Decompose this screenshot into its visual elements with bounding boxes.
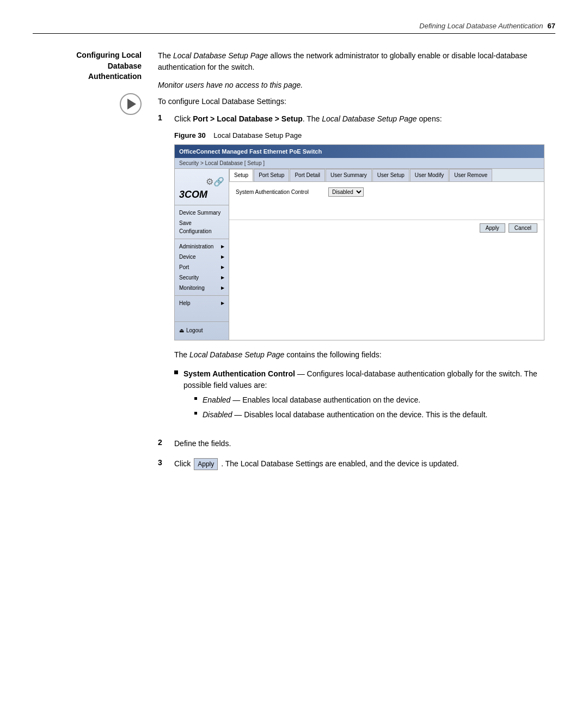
sidebar-divider-3 (175, 321, 229, 322)
form-label: System Authentication Control (236, 188, 323, 196)
bullet-item-1: System Authentication Control — Configur… (174, 368, 555, 424)
step-3: 3 Click Apply . The Local Database Setti… (158, 458, 555, 470)
security-arrow-icon: ▶ (221, 275, 224, 281)
tab-user-modify[interactable]: User Modify (410, 169, 449, 181)
admin-arrow-icon: ▶ (221, 244, 224, 250)
step-1: 1 Click Port > Local Database > Setup. T… (158, 113, 555, 429)
step-2-content: Define the fields. (174, 438, 231, 449)
sub-bullet-list: Enabled — Enables local database authent… (194, 394, 555, 421)
switch-ui-breadcrumb: Security > Local Database [ Setup ] (175, 158, 544, 169)
switch-sidebar: ⚙🔗 3COM Device Summary Save Configuratio… (175, 169, 229, 340)
fields-italic: Local Database Setup Page (189, 350, 284, 359)
intro-paragraph: The Local Database Setup Page allows the… (158, 50, 555, 73)
step-3-content: Click Apply . The Local Database Setting… (174, 458, 459, 470)
section-title: Configuring Local Database Authenticatio… (33, 50, 142, 82)
sidebar-item-port[interactable]: Port ▶ (175, 262, 229, 272)
sub-bullet-1-content: Enabled — Enables local database authent… (203, 394, 420, 406)
content-area: Configuring Local Database Authenticatio… (33, 50, 555, 479)
bullet-1-content: System Authentication Control — Configur… (183, 368, 555, 424)
fields-desc-intro: The Local Database Setup Page contains t… (174, 349, 555, 361)
sub-bullet-disabled: Disabled — Disables local database authe… (194, 409, 555, 421)
switch-ui-header: OfficeConnect Managed Fast Ethernet PoE … (175, 145, 544, 159)
sidebar-full: ⚙🔗 3COM Device Summary Save Configuratio… (175, 172, 229, 337)
port-arrow-icon: ▶ (221, 264, 224, 271)
monitoring-arrow-icon: ▶ (221, 285, 224, 291)
sidebar-item-save-config[interactable]: Save Configuration (175, 218, 229, 236)
instruction-text: To configure Local Database Settings: (158, 97, 555, 106)
apply-inline-button: Apply (194, 458, 218, 470)
tab-bar: Setup Port Setup Port Detail User Summar… (229, 169, 544, 182)
step-1-content: Click Port > Local Database > Setup. The… (174, 113, 555, 429)
sidebar-divider-2 (175, 295, 229, 296)
tab-user-summary[interactable]: User Summary (326, 169, 372, 181)
sidebar-item-administration[interactable]: Administration ▶ (175, 241, 229, 252)
help-arrow-icon: ▶ (221, 300, 224, 307)
right-column: The Local Database Setup Page allows the… (158, 50, 555, 479)
device-arrow-icon: ▶ (221, 254, 224, 260)
tab-port-detail[interactable]: Port Detail (290, 169, 325, 181)
figure-container: Figure 30 Local Database Setup Page Offi… (174, 130, 555, 340)
left-column: Configuring Local Database Authenticatio… (33, 50, 142, 479)
sub-bullet-icon-2 (194, 412, 197, 415)
sidebar-bottom: ⏏ Logout (175, 319, 229, 337)
logo-icon-area: ⚙🔗 (179, 175, 224, 188)
figure-caption: Figure 30 Local Database Setup Page (174, 130, 555, 141)
header-italic-text: Defining Local Database Authentication (419, 22, 543, 30)
sub-bullet-icon-1 (194, 397, 197, 400)
sidebar-top-items: ⚙🔗 3COM Device Summary Save Configuratio… (175, 172, 229, 308)
disabled-label: Disabled (203, 410, 232, 419)
logo-icon: ⚙🔗 (206, 175, 224, 188)
logout-label: Logout (186, 326, 203, 334)
sidebar-item-device[interactable]: Device ▶ (175, 252, 229, 262)
sidebar-item-device-summary[interactable]: Device Summary (175, 208, 229, 218)
switch-ui-body: ⚙🔗 3COM Device Summary Save Configuratio… (175, 169, 544, 340)
logo-3com: 3COM (179, 190, 224, 199)
sub-bullet-2-content: Disabled — Disables local database authe… (203, 409, 488, 421)
figure-caption-text: Local Database Setup Page (213, 131, 302, 139)
sidebar-item-monitoring[interactable]: Monitoring ▶ (175, 283, 229, 293)
button-row: Apply Cancel (229, 220, 544, 236)
note-text: Monitor users have no access to this pag… (158, 81, 555, 89)
step-1-bold: Port > Local Database > Setup (193, 114, 303, 123)
switch-logo-area: ⚙🔗 3COM (175, 172, 229, 205)
auth-control-select[interactable]: Disabled Enabled (328, 187, 364, 197)
tab-user-remove[interactable]: User Remove (449, 169, 492, 181)
step-2-number: 2 (158, 438, 167, 449)
sidebar-divider-1 (175, 239, 229, 239)
tab-setup[interactable]: Setup (229, 169, 253, 181)
figure-label: Figure 30 (174, 131, 206, 139)
field-name: System Authentication Control (183, 369, 295, 378)
sidebar-item-security[interactable]: Security ▶ (175, 272, 229, 283)
intro-italic: Local Database Setup Page (173, 51, 268, 60)
bullet-square-icon (174, 370, 178, 374)
form-row: System Authentication Control Disabled E… (236, 187, 537, 197)
sidebar-item-help[interactable]: Help ▶ (175, 298, 229, 308)
sidebar-logout[interactable]: ⏏ Logout (175, 324, 229, 337)
info-icon (120, 93, 142, 115)
step-2: 2 Define the fields. (158, 438, 555, 449)
main-content-area: System Authentication Control Disabled E… (229, 182, 544, 209)
step-3-number: 3 (158, 458, 167, 470)
play-arrow-icon (127, 99, 136, 109)
page-container: Defining Local Database Authentication 6… (0, 0, 588, 706)
switch-ui: OfficeConnect Managed Fast Ethernet PoE … (174, 144, 544, 341)
tab-port-setup[interactable]: Port Setup (254, 169, 289, 181)
enabled-label: Enabled (203, 395, 230, 404)
page-header: Defining Local Database Authentication 6… (33, 22, 555, 34)
switch-main: Setup Port Setup Port Detail User Summar… (229, 169, 544, 340)
sub-bullet-enabled: Enabled — Enables local database authent… (194, 394, 555, 406)
logout-icon: ⏏ (179, 326, 184, 334)
step-1-number: 1 (158, 113, 167, 429)
bullet-list: System Authentication Control — Configur… (174, 368, 555, 424)
info-icon-wrapper (33, 93, 142, 115)
tab-user-setup[interactable]: User Setup (372, 169, 409, 181)
step-1-italic: Local Database Setup Page (322, 114, 416, 123)
page-number: 67 (548, 22, 555, 30)
apply-button[interactable]: Apply (480, 223, 505, 233)
cancel-button[interactable]: Cancel (509, 223, 537, 233)
